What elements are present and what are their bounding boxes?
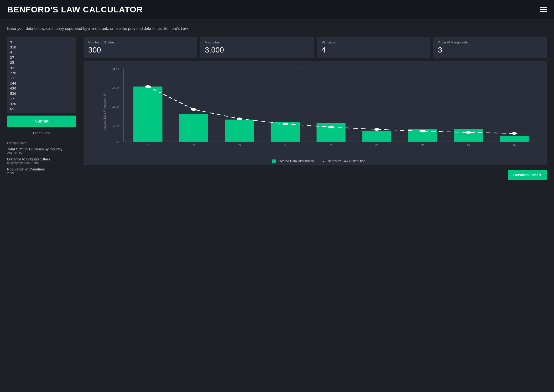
- app-title: BENFORD'S LAW CALCULATOR: [7, 5, 143, 14]
- stat-magnitude-label: Order of Mangnitude:: [438, 41, 542, 44]
- legend-entered-data: Entered Data Distribution: [272, 159, 314, 163]
- stat-min-value: 4: [321, 46, 426, 55]
- svg-text:10: 10: [112, 124, 119, 127]
- stat-min: Min value: 4: [317, 37, 430, 58]
- stat-max-value: 3,000: [205, 46, 309, 55]
- submit-button[interactable]: Submit: [7, 116, 76, 127]
- example-item-stars[interactable]: Distance to Brightest Stars In lightyear…: [7, 157, 76, 165]
- data-input[interactable]: [7, 37, 76, 113]
- svg-text:9: 9: [512, 144, 516, 147]
- stat-entries-value: 300: [88, 46, 193, 55]
- legend-line-icon: [321, 161, 326, 161]
- svg-text:3: 3: [238, 144, 241, 147]
- download-chart-button[interactable]: Download Chart: [508, 170, 547, 180]
- example-item-covid[interactable]: Total COVID-19 Cases by Country August 2…: [7, 147, 76, 155]
- bar-3: [225, 120, 254, 142]
- svg-text:7: 7: [421, 144, 424, 147]
- bar-2: [179, 114, 208, 142]
- legend-benford: Benford's Law Distribution: [321, 159, 366, 163]
- stat-max: Max value: 3,000: [200, 37, 314, 58]
- examples-section: Example Data: Total COVID-19 Cases by Co…: [7, 139, 76, 175]
- benford-dot-2: [191, 108, 196, 111]
- benford-dot-7: [420, 130, 425, 133]
- benford-dot-9: [511, 132, 517, 135]
- svg-text:30: 30: [112, 86, 119, 90]
- stat-min-label: Min value:: [321, 41, 426, 44]
- stat-magnitude-value: 3: [438, 46, 542, 55]
- svg-text:40: 40: [112, 67, 119, 70]
- chart-svg: 40 30 20 10 0: [96, 66, 542, 157]
- benford-dot-1: [145, 85, 151, 88]
- stats-row: Number of Entries: 300 Max value: 3,000 …: [83, 37, 547, 58]
- svg-text:4: 4: [284, 144, 287, 147]
- example-item-population[interactable]: Population of Countries 2019: [7, 167, 76, 175]
- layout-container: Submit Clear Data Example Data: Total CO…: [7, 37, 547, 180]
- svg-text:0: 0: [116, 140, 119, 143]
- bar-5: [317, 123, 346, 142]
- chart-container: Leading Digit Frequency (%) 40 30 20 10 …: [83, 61, 547, 165]
- example-stars-title: Distance to Brightest Stars: [7, 157, 76, 161]
- example-population-subtitle: 2019: [7, 171, 76, 175]
- example-population-title: Population of Countries: [7, 167, 76, 171]
- examples-label: Example Data:: [7, 141, 76, 145]
- example-covid-subtitle: August 2020: [7, 151, 76, 155]
- benford-dot-3: [237, 118, 242, 120]
- stat-max-label: Max value:: [205, 41, 309, 44]
- legend-bar-icon: [272, 160, 276, 163]
- instructions-text: Enter your data below, each entry sepera…: [7, 27, 547, 31]
- main-content: Enter your data below, each entry sepera…: [0, 19, 554, 185]
- svg-text:5: 5: [329, 144, 332, 147]
- bar-1: [133, 87, 162, 142]
- right-panel: Number of Entries: 300 Max value: 3,000 …: [83, 37, 547, 180]
- legend-benford-label: Benford's Law Distribution: [328, 159, 366, 163]
- bar-9: [500, 136, 529, 141]
- hamburger-menu-button[interactable]: [540, 7, 547, 12]
- svg-text:20: 20: [112, 105, 119, 108]
- legend-entered-label: Entered Data Distribution: [278, 159, 314, 163]
- benford-dot-4: [283, 122, 288, 125]
- example-stars-subtitle: In lightyears from Earth: [7, 161, 76, 165]
- download-area: Download Chart: [83, 170, 547, 180]
- clear-button[interactable]: Clear Data: [7, 129, 76, 136]
- svg-text:6: 6: [375, 144, 378, 147]
- stat-magnitude: Order of Mangnitude: 3: [433, 37, 547, 58]
- stat-entries: Number of Entries: 300: [83, 37, 197, 58]
- benford-dot-5: [328, 126, 334, 128]
- legend-dot-icon: [323, 160, 325, 162]
- chart-legend: Entered Data Distribution Benford's Law …: [96, 159, 542, 163]
- svg-text:1: 1: [146, 144, 150, 147]
- app-header: BENFORD'S LAW CALCULATOR: [0, 0, 554, 19]
- y-axis-label: Leading Digit Frequency (%): [103, 93, 106, 130]
- svg-text:8: 8: [467, 144, 470, 147]
- benford-dot-8: [465, 131, 471, 134]
- stat-entries-label: Number of Entries:: [88, 41, 193, 44]
- svg-text:2: 2: [192, 144, 195, 147]
- bar-6: [362, 131, 392, 141]
- chart-area: Leading Digit Frequency (%) 40 30 20 10 …: [96, 66, 542, 157]
- benford-dot-6: [374, 128, 380, 131]
- example-covid-title: Total COVID-19 Cases by Country: [7, 147, 76, 151]
- left-panel: Submit Clear Data Example Data: Total CO…: [7, 37, 76, 175]
